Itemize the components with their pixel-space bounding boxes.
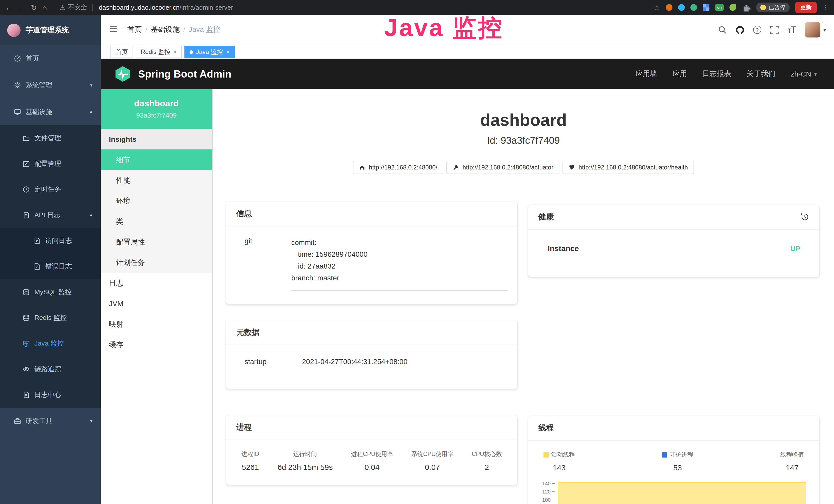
health-url-link[interactable]: http://192.168.0.2:48080/actuator/health xyxy=(563,161,694,174)
tab-label: 首页 xyxy=(115,47,128,56)
sidebar-item-dev-tools[interactable]: 研发工具 ▾ xyxy=(0,408,101,434)
sidebar-item-log-center[interactable]: 日志中心 xyxy=(0,382,101,408)
tab-home[interactable]: 首页 xyxy=(110,46,133,58)
sba-nav-mappings[interactable]: 映射 xyxy=(101,314,212,334)
update-button[interactable]: 更新 xyxy=(795,2,817,13)
app-logo-row[interactable]: 芋道管理系统 xyxy=(0,15,101,45)
sidebar-item-file-management[interactable]: 文件管理 xyxy=(0,125,101,151)
address-url[interactable]: dashboard.yudao.iocoder.cn/infra/admin-s… xyxy=(99,4,233,11)
sidebar-item-infrastructure[interactable]: 基础设施 ▾ xyxy=(0,98,101,125)
help-icon[interactable]: ? xyxy=(753,26,761,34)
legend-blue-swatch xyxy=(662,452,667,457)
instance-title: dashboard xyxy=(213,109,834,131)
sidebar-item-java-monitor[interactable]: Java 监控 xyxy=(0,331,101,357)
eye-icon xyxy=(23,366,30,373)
extension-fox-icon[interactable] xyxy=(666,4,673,11)
sidebar-item-scheduled-jobs[interactable]: 定时任务 xyxy=(0,177,101,202)
sidebar-item-api-logs[interactable]: API 日志 ▾ xyxy=(0,202,101,228)
sidebar-item-label: 文件管理 xyxy=(35,134,61,143)
home-button[interactable]: ⌂ xyxy=(42,4,47,11)
breadcrumb-infrastructure[interactable]: 基础设施 xyxy=(151,25,179,35)
metadata-row-value: 2021-04-27T00:44:31.254+08:00 xyxy=(302,358,508,373)
sidebar-item-error-logs[interactable]: 错误日志 xyxy=(0,254,101,279)
sba-nav-environment[interactable]: 环境 xyxy=(101,190,212,211)
sba-nav-logs[interactable]: 日志 xyxy=(101,273,212,293)
sidebar-item-label: API 日志 xyxy=(35,210,60,220)
sidebar-item-label: 定时任务 xyxy=(35,185,61,194)
tag-tabs-bar: 首页 Redis 监控 × Java 监控 × xyxy=(101,45,834,59)
card-title: 元数据 xyxy=(236,328,259,337)
sba-nav-jvm[interactable]: JVM xyxy=(101,293,212,314)
app-logo-image xyxy=(7,23,21,37)
threads-area-series xyxy=(558,482,806,504)
spring-boot-admin: Spring Boot Admin 应用墙 应用 日志报表 关于我们 zh-CN… xyxy=(101,59,834,504)
gear-icon xyxy=(14,82,21,89)
forward-button[interactable]: → xyxy=(18,4,25,11)
user-menu[interactable]: ▾ xyxy=(805,22,826,38)
site-security[interactable]: ⚠ 不安全 xyxy=(60,3,87,12)
sba-nav-applications[interactable]: 应用 xyxy=(673,69,687,78)
breadcrumb-separator: / xyxy=(146,26,147,33)
font-size-icon[interactable] xyxy=(788,25,796,34)
health-card: 健康 Instance UP xyxy=(528,205,819,277)
sba-nav-details[interactable]: 细节 xyxy=(101,150,212,170)
refresh-button[interactable]: ↻ xyxy=(31,4,37,11)
sidebar-item-home[interactable]: 首页 xyxy=(0,45,101,72)
sba-instance-block[interactable]: dashboard 93a3fc7f7409 xyxy=(101,89,212,129)
sidebar-item-redis-monitor[interactable]: Redis 监控 xyxy=(0,305,101,331)
hamburger-icon[interactable] xyxy=(109,24,118,36)
chart-y-axis: 140 120 100 xyxy=(534,479,555,504)
sba-nav-config-props[interactable]: 配置属性 xyxy=(101,232,212,252)
close-icon[interactable]: × xyxy=(226,49,229,55)
sidebar-item-mysql-monitor[interactable]: MySQL 监控 xyxy=(0,279,101,305)
locale-selector[interactable]: zh-CN ▾ xyxy=(791,70,817,78)
extension-grid-icon[interactable] xyxy=(703,4,709,11)
sidebar-item-label: 访问日志 xyxy=(45,236,72,246)
sba-nav-about[interactable]: 关于我们 xyxy=(747,69,775,78)
breadcrumb-separator: / xyxy=(183,26,185,33)
sidebar-item-config-management[interactable]: 配置管理 xyxy=(0,151,101,177)
user-avatar xyxy=(805,22,820,38)
sba-nav-caches[interactable]: 缓存 xyxy=(101,334,212,355)
service-url-link[interactable]: http://192.168.0.2:48080/ xyxy=(353,161,444,174)
fullscreen-icon[interactable] xyxy=(770,25,779,34)
git-commit-time: time: 1596289704000 xyxy=(291,249,508,260)
process-card: 进程 进程ID 5261 运行时间 xyxy=(226,415,517,485)
sidebar-item-label: 系统管理 xyxy=(26,81,52,90)
page-header: 首页 / 基础设施 / Java 监控 ? xyxy=(101,15,834,45)
browser-toolbar-right: ☆ on 已暂停 更新 ⋮ xyxy=(654,2,829,13)
breadcrumb-home[interactable]: 首页 xyxy=(127,25,142,35)
sidebar-item-label: 日志中心 xyxy=(35,390,61,399)
paused-badge[interactable]: 已暂停 xyxy=(756,3,790,12)
sidebar-item-trace[interactable]: 链路追踪 xyxy=(0,357,101,382)
extension-drop-icon[interactable] xyxy=(678,4,685,11)
sba-nav-classes[interactable]: 类 xyxy=(101,211,212,232)
back-button[interactable]: ← xyxy=(5,4,12,11)
bookmark-star-icon[interactable]: ☆ xyxy=(654,4,660,11)
sba-nav-wallboard[interactable]: 应用墙 xyxy=(636,69,657,78)
extension-vue-icon[interactable] xyxy=(690,4,697,11)
tab-redis-monitor[interactable]: Redis 监控 × xyxy=(136,46,182,58)
github-icon[interactable] xyxy=(736,25,744,34)
sba-nav-scheduled-tasks[interactable]: 计划任务 xyxy=(101,252,212,273)
search-icon[interactable] xyxy=(718,25,727,34)
wrench-icon xyxy=(453,164,459,170)
sba-nav-metrics[interactable]: 性能 xyxy=(101,170,212,190)
caret-down-icon: ▾ xyxy=(814,71,817,77)
sidebar-item-access-logs[interactable]: 访问日志 xyxy=(0,228,101,254)
sba-brand-name: Spring Boot Admin xyxy=(138,68,232,80)
history-icon[interactable] xyxy=(800,212,809,221)
active-dot-icon xyxy=(190,50,193,54)
sba-nav-journal[interactable]: 日志报表 xyxy=(702,69,731,78)
actuator-url-link[interactable]: http://192.168.0.2:48080/actuator xyxy=(447,161,560,174)
sba-brand[interactable]: Spring Boot Admin xyxy=(114,65,232,83)
extension-leaf-icon[interactable] xyxy=(729,4,736,11)
monitor-icon xyxy=(14,108,21,116)
sidebar-item-system[interactable]: 系统管理 ▾ xyxy=(0,72,101,98)
extensions-puzzle-icon[interactable] xyxy=(742,3,750,12)
extension-switch-icon[interactable]: on xyxy=(715,4,724,11)
tab-label: Redis 监控 xyxy=(141,47,171,56)
tab-java-monitor[interactable]: Java 监控 × xyxy=(185,46,235,58)
close-icon[interactable]: × xyxy=(174,49,177,55)
browser-menu-button[interactable]: ⋮ xyxy=(822,4,829,11)
